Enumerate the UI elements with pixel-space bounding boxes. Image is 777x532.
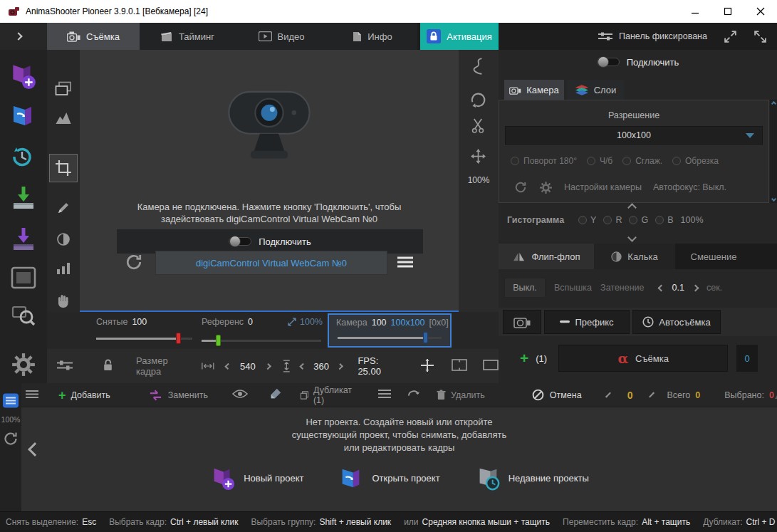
visibility-button[interactable] [232, 389, 248, 401]
sidebar-export-button[interactable] [9, 225, 38, 256]
hist-g-radio[interactable] [629, 216, 637, 224]
expand-view-button[interactable] [724, 30, 737, 46]
add-frame-button[interactable]: + Добавить [58, 390, 110, 401]
tab-blend[interactable]: Смешение [675, 244, 752, 269]
timeline-menu-button[interactable] [26, 390, 38, 401]
prev-frame-button[interactable] [605, 392, 611, 398]
camera-mode-button[interactable] [503, 310, 541, 334]
delete-frame-button[interactable]: Удалить [437, 390, 485, 400]
rotate-180-tool[interactable] [469, 91, 486, 110]
device-menu-button[interactable] [396, 255, 414, 271]
refresh-devices-button[interactable] [124, 252, 144, 274]
camera-slider-box[interactable]: Камера 100 100x100 [0x0] [328, 313, 452, 348]
sidebar-new-project-button[interactable] [8, 61, 38, 93]
cancel-button[interactable]: Отмена [532, 389, 582, 401]
width-decrease-button[interactable] [224, 363, 231, 369]
sidebar-import-button[interactable] [9, 184, 38, 214]
height-increase-button[interactable] [336, 363, 343, 369]
sidebar-search-frames-button[interactable] [11, 303, 36, 330]
replace-frame-button[interactable]: Заменить [149, 390, 208, 401]
tab-video[interactable]: Видео [235, 23, 328, 50]
histogram-tool[interactable] [55, 111, 72, 127]
center-frame-button[interactable] [420, 358, 434, 375]
resolution-select[interactable]: 100x100 [505, 126, 763, 145]
contrast-tool[interactable] [56, 232, 71, 249]
hist-channel-y[interactable]: Y [578, 215, 596, 225]
scroll-down-icon[interactable] [771, 197, 776, 202]
smooth-option[interactable]: Сглаж. [622, 156, 662, 166]
crop-radio[interactable] [672, 157, 681, 165]
panel-fixed-control[interactable]: Панель фиксирована [598, 23, 707, 50]
reference-slider-handle[interactable] [216, 335, 221, 346]
adjust-sliders-button[interactable] [57, 360, 73, 373]
curves-tool[interactable] [470, 57, 486, 78]
panel-tab-camera[interactable]: Камера [504, 80, 564, 100]
timeline-film-button[interactable] [2, 392, 19, 412]
pan-tool[interactable] [470, 148, 486, 167]
list-view-button[interactable] [378, 389, 391, 401]
close-button[interactable] [744, 0, 777, 23]
recent-projects-button[interactable]: Недавние проекты [474, 464, 589, 491]
scroll-up-icon[interactable] [771, 101, 776, 106]
hist-channel-b[interactable]: B [655, 215, 673, 225]
hist-channel-g[interactable]: G [629, 215, 648, 225]
sidebar-open-project-button[interactable] [9, 101, 37, 132]
height-decrease-button[interactable] [299, 363, 306, 369]
autoshoot-button[interactable]: Автосъёмка [632, 310, 721, 334]
camera-slider-handle[interactable] [423, 332, 428, 343]
sidebar-expand-button[interactable] [0, 23, 47, 50]
tab-info[interactable]: Инфо [328, 23, 417, 50]
maximize-button[interactable] [711, 0, 744, 23]
tab-flipflop[interactable]: Флип-флоп [499, 244, 594, 269]
timeline-refresh-button[interactable] [2, 430, 19, 449]
lock-ratio-button[interactable] [103, 359, 113, 373]
duplicate-button[interactable]: Дубликат (1) [301, 385, 354, 405]
width-increase-button[interactable] [264, 363, 271, 369]
sidebar-settings-button[interactable] [11, 352, 36, 380]
cut-tool[interactable] [471, 118, 485, 135]
hist-b-radio[interactable] [655, 216, 664, 224]
frames-stack-tool[interactable] [55, 81, 72, 99]
crop-option[interactable]: Обрезка [672, 156, 719, 166]
paint-button[interactable] [269, 387, 282, 402]
autofocus-label[interactable]: Автофокус: Выкл. [653, 182, 726, 192]
thumbnails-mode-button[interactable] [774, 388, 777, 402]
flash-label[interactable]: Вспышка [554, 283, 592, 293]
minimize-button[interactable] [679, 0, 711, 23]
bw-option[interactable]: Ч/б [587, 156, 612, 166]
refresh-camera-icon[interactable] [513, 180, 528, 194]
flash-off-button[interactable]: Выкл. [504, 278, 546, 298]
bw-radio[interactable] [587, 157, 595, 165]
webcam-device-select[interactable]: digiCamControl Virtual WebCam №0 [155, 251, 387, 275]
new-project-button[interactable]: Новый проект [209, 464, 303, 491]
interval-increase-button[interactable] [692, 284, 699, 291]
tab-shooting[interactable]: Съёмка [47, 23, 140, 50]
camera-slider[interactable] [338, 337, 442, 339]
open-project-button[interactable]: Открыть проект [338, 464, 439, 491]
tab-timing[interactable]: Тайминг [140, 23, 235, 50]
collapse-down-button[interactable] [629, 232, 635, 243]
crop-tool-selected[interactable] [49, 154, 78, 182]
panel-scrollbar[interactable] [770, 100, 777, 203]
hand-tool[interactable] [57, 293, 70, 310]
next-frame-button[interactable] [650, 392, 655, 398]
shading-label[interactable]: Затенение [600, 283, 644, 293]
connect-camera-button[interactable]: Подключить [117, 229, 423, 254]
captured-slider-handle[interactable] [176, 333, 181, 344]
activation-button[interactable]: Активация [420, 23, 499, 50]
collapse-up-button[interactable] [629, 202, 635, 213]
hist-r-radio[interactable] [603, 216, 612, 224]
prefix-button[interactable]: Префикс [544, 310, 630, 334]
fullscreen-button[interactable] [753, 30, 767, 46]
redo-button[interactable] [407, 387, 421, 402]
captured-slider[interactable] [96, 338, 192, 340]
shoot-button[interactable]: α Съёмка [558, 345, 728, 372]
smooth-radio[interactable] [622, 157, 631, 165]
rotate-180-radio[interactable] [511, 157, 519, 165]
hist-y-radio[interactable] [578, 216, 587, 224]
panel-connect-button[interactable]: Подключить [499, 54, 777, 70]
pen-tool[interactable] [56, 201, 71, 217]
sidebar-recent-projects-button[interactable] [9, 142, 37, 173]
tab-tracing[interactable]: Калька [594, 244, 675, 269]
interval-decrease-button[interactable] [657, 284, 664, 291]
